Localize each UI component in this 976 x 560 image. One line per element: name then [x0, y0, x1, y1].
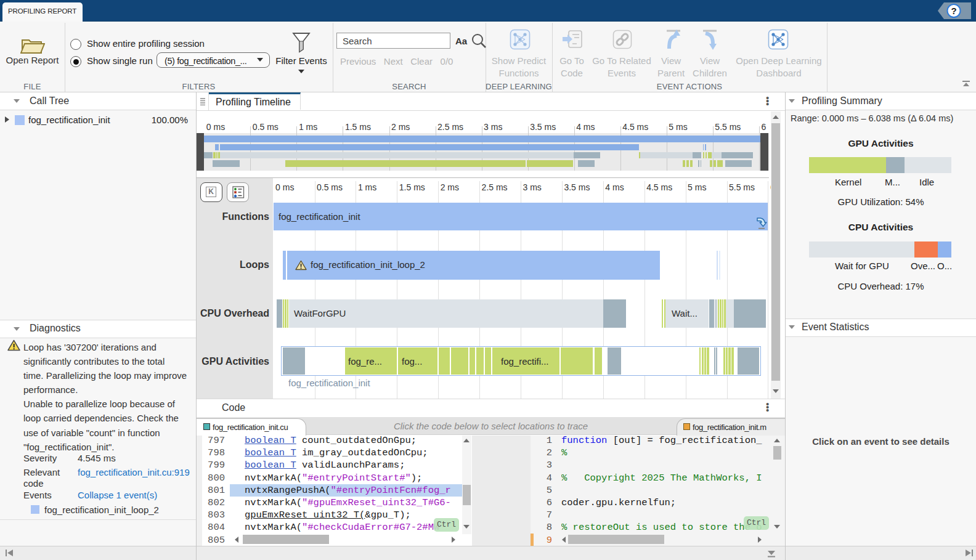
svg-text:?: ?: [951, 6, 956, 16]
